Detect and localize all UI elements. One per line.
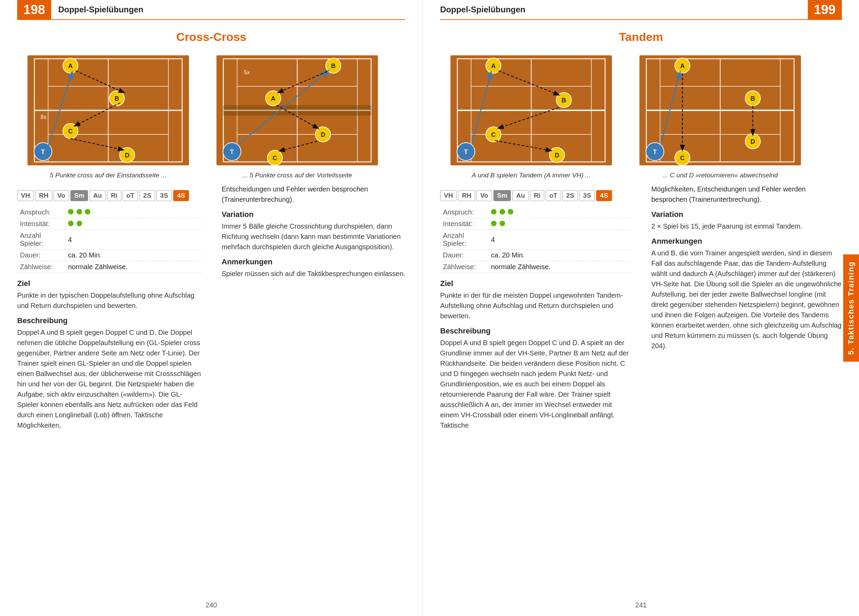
anmerkungen-section-left: Anmerkungen Spieler müssen sich auf die … bbox=[222, 258, 405, 279]
dauer-value-r: ca. 20 Min. bbox=[488, 250, 631, 261]
stats-table-right: Anspruch: Intensität: bbox=[440, 206, 631, 273]
page-header-right: Doppel-Spielübungen 199 bbox=[440, 0, 842, 20]
bottom-left-right: VH RH Vo Sm Au Ri oT 2S 3S 4S Anspruch: bbox=[440, 184, 631, 436]
court1-caption-left: 5 Punkte cross auf der Einstandsseite ..… bbox=[50, 172, 167, 179]
beschreibung-section-left: Beschreibung Doppel A und B spielt gegen… bbox=[17, 316, 201, 430]
svg-rect-34 bbox=[223, 105, 371, 116]
svg-text:B: B bbox=[115, 95, 119, 102]
variation-text-right: 2 × Spiel bis 15, jede Paarung ist einma… bbox=[651, 221, 842, 231]
beschreibung-title-left: Beschreibung bbox=[17, 316, 201, 325]
anspruch-dots-r bbox=[488, 206, 631, 218]
dot3 bbox=[85, 209, 91, 214]
ziel-section-left: Ziel Punkte in der typischen Doppelaufst… bbox=[17, 279, 201, 311]
page-number-left: 198 bbox=[17, 0, 51, 20]
tag-vh[interactable]: VH bbox=[17, 190, 34, 201]
anspruch-dots bbox=[65, 206, 201, 218]
tag-2s[interactable]: 2S bbox=[139, 190, 155, 201]
bottom-right-right: Möglichkeiten, Entscheidungen und Fehler… bbox=[645, 184, 842, 436]
beschreibung-title-right: Beschreibung bbox=[440, 327, 631, 336]
stat-row-anspruch: Anspruch: bbox=[17, 206, 201, 218]
court-diagram-2: B A D C T bbox=[206, 52, 388, 169]
svg-text:T: T bbox=[230, 149, 234, 155]
tag-ri[interactable]: Ri bbox=[107, 190, 121, 201]
court2-caption-left: ... 5 Punkte cross auf der Vorteilsseite bbox=[242, 172, 352, 179]
page-right: Doppel-Spielübungen 199 Tandem bbox=[423, 0, 859, 616]
tag-ot[interactable]: oT bbox=[123, 190, 138, 201]
stat-row-intensitaet-r: Intensität: bbox=[440, 218, 631, 230]
tag-au[interactable]: Au bbox=[89, 190, 106, 201]
intensitaet-dots-r bbox=[488, 218, 631, 230]
tag-sm-r[interactable]: Sm bbox=[494, 190, 511, 201]
tag-vh-r[interactable]: VH bbox=[440, 190, 457, 201]
svg-text:A: A bbox=[680, 63, 685, 69]
page-header-title-left: Doppel-Spielübungen bbox=[51, 5, 143, 14]
page-number-right: 199 bbox=[808, 0, 842, 20]
intensitaet-label-r: Intensität: bbox=[440, 218, 488, 230]
court2-caption-right: ... C und D »retournieren« abwechselnd bbox=[662, 172, 778, 179]
tag-3s[interactable]: 3S bbox=[156, 190, 172, 201]
svg-text:T: T bbox=[464, 149, 468, 155]
dot3r bbox=[508, 209, 513, 214]
dauer-label-r: Dauer: bbox=[440, 250, 488, 261]
court1-left: A B C D T bbox=[17, 52, 199, 179]
courts-row-right: A B C D T bbox=[440, 52, 842, 179]
page-left: 198 Doppel-Spielübungen Cross-Cross bbox=[0, 0, 423, 616]
svg-text:8x: 8x bbox=[41, 114, 46, 120]
dot5 bbox=[77, 221, 82, 226]
beschreibung-section-right: Beschreibung Doppel A und B spielt gegen… bbox=[440, 327, 631, 430]
tag-2s-r[interactable]: 2S bbox=[562, 190, 578, 201]
spieler-label: Anzahl Spieler: bbox=[17, 230, 65, 250]
zaehlweise-value-r: normale Zählweise. bbox=[488, 261, 631, 273]
beschreibung-text-left: Doppel A und B spielt gegen Doppel C und… bbox=[17, 327, 201, 430]
court-diagram-3: A B C D T bbox=[440, 52, 622, 169]
svg-text:A: A bbox=[69, 63, 73, 69]
svg-text:B: B bbox=[562, 97, 566, 104]
court1-caption-right: A und B spielen Tandem (A immer VH) ... bbox=[472, 172, 590, 179]
side-tab: 5. Taktisches Training bbox=[843, 254, 859, 362]
anmerkungen-title-right: Anmerkungen bbox=[651, 237, 842, 246]
dauer-value: ca. 20 Min. bbox=[65, 250, 201, 261]
page-container: 198 Doppel-Spielübungen Cross-Cross bbox=[0, 0, 859, 616]
ziel-text-left: Punkte in der typischen Doppelaufstellun… bbox=[17, 290, 201, 311]
svg-text:T: T bbox=[653, 149, 657, 155]
anspruch-label: Anspruch: bbox=[17, 206, 65, 218]
ziel-title-left: Ziel bbox=[17, 279, 201, 288]
bottom-layout-left: VH RH Vo Sm Au Ri oT 2S 3S 4S Anspruch: bbox=[17, 184, 405, 436]
bottom-right-left: Entscheidungen und Fehler werden besproc… bbox=[215, 184, 405, 436]
tag-sm[interactable]: Sm bbox=[70, 190, 88, 201]
right-intro-left: Entscheidungen und Fehler werden besproc… bbox=[222, 184, 405, 205]
stat-row-spieler-r: Anzahl Spieler: 4 bbox=[440, 230, 631, 250]
anspruch-label-r: Anspruch: bbox=[440, 206, 488, 218]
page-footer-right: 241 bbox=[635, 601, 647, 609]
svg-text:D: D bbox=[125, 152, 130, 159]
tag-au-r[interactable]: Au bbox=[512, 190, 528, 201]
tag-ot-r[interactable]: oT bbox=[546, 190, 561, 201]
tag-rh[interactable]: RH bbox=[35, 190, 52, 201]
spieler-label-r: Anzahl Spieler: bbox=[440, 230, 488, 250]
tag-3s-r[interactable]: 3S bbox=[579, 190, 595, 201]
svg-text:D: D bbox=[555, 152, 559, 159]
stat-row-spieler: Anzahl Spieler: 4 bbox=[17, 230, 201, 250]
ziel-section-right: Ziel Punkte in der für die meisten Doppe… bbox=[440, 279, 631, 321]
svg-text:5x: 5x bbox=[244, 69, 250, 75]
svg-text:T: T bbox=[41, 149, 45, 155]
svg-text:C: C bbox=[273, 155, 277, 161]
variation-title-left: Variation bbox=[222, 210, 405, 219]
variation-section-right: Variation 2 × Spiel bis 15, jede Paarung… bbox=[651, 210, 842, 231]
svg-text:C: C bbox=[69, 128, 73, 135]
tag-4s-r[interactable]: 4S bbox=[596, 190, 612, 201]
tag-vo-r[interactable]: Vo bbox=[476, 190, 492, 201]
tag-ri-r[interactable]: Ri bbox=[530, 190, 544, 201]
tag-vo[interactable]: Vo bbox=[54, 190, 69, 201]
dot5r bbox=[500, 221, 505, 226]
tag-4s[interactable]: 4S bbox=[173, 190, 189, 201]
tag-rh-r[interactable]: RH bbox=[458, 190, 475, 201]
zaehlweise-value: normale Zählweise. bbox=[65, 261, 201, 273]
right-intro-right: Möglichkeiten, Entscheidungen und Fehler… bbox=[651, 184, 842, 205]
anmerkungen-title-left: Anmerkungen bbox=[222, 258, 405, 266]
skill-tags-left: VH RH Vo Sm Au Ri oT 2S 3S 4S bbox=[17, 190, 201, 201]
court1-right: A B C D T bbox=[440, 52, 622, 179]
dot4r bbox=[491, 221, 497, 226]
svg-text:B: B bbox=[331, 63, 336, 69]
dot1 bbox=[68, 209, 73, 214]
